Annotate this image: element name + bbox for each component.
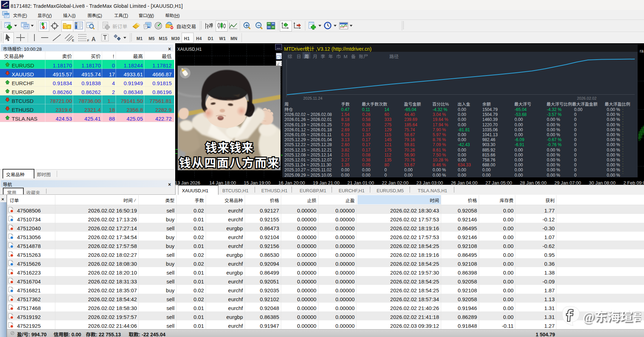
svg-text:钱来钱来: 钱来钱来 <box>205 138 254 155</box>
svg-text:@东海瑄哥: @东海瑄哥 <box>583 306 641 325</box>
